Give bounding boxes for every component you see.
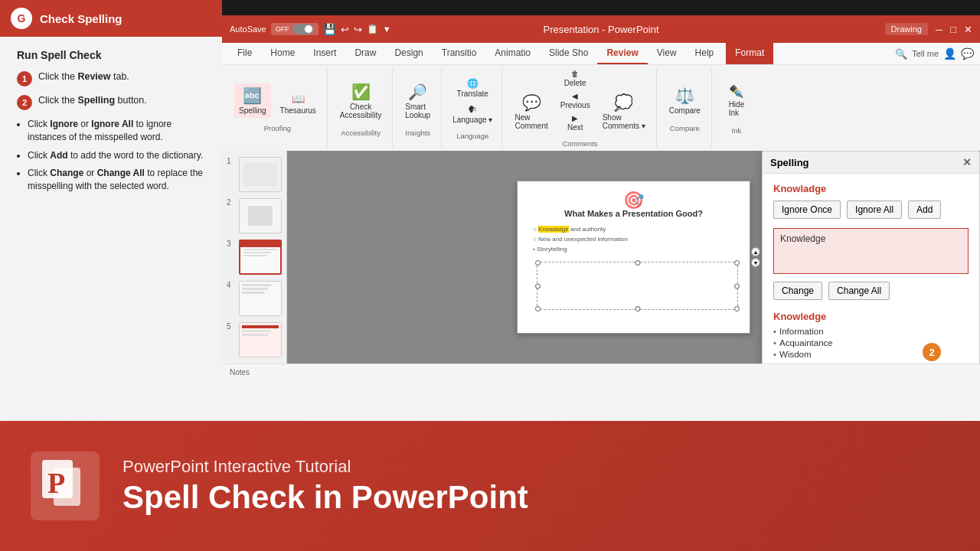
step-2-indicator: 2 (923, 343, 941, 361)
ppt-window: AutoSave OFF 💾 ↩ ↪ 📋 ▼ (222, 15, 980, 421)
share-icon[interactable]: 👤 (943, 47, 956, 60)
ribbon-group-ink: ✒️ HideInk Ink (714, 68, 760, 148)
slide-thumb-img-2[interactable] (239, 198, 282, 233)
check-accessibility-button[interactable]: ✅ CheckAccessibility (335, 80, 386, 122)
previous-label: Previous (560, 101, 590, 109)
notes-label[interactable]: Notes (230, 368, 250, 377)
insights-items: 🔎 SmartLookup (400, 80, 435, 122)
slide-num-2: 2 (227, 198, 236, 207)
spelling-label: Spelling (239, 106, 266, 115)
smart-lookup-button[interactable]: 🔎 SmartLookup (400, 80, 435, 122)
toggle-control[interactable] (292, 24, 314, 34)
language-button[interactable]: 🗣 Language ▾ (449, 103, 495, 126)
tutorial-run-title: Run Spell Check (17, 49, 205, 61)
save-icon[interactable]: 💾 (323, 23, 336, 35)
tab-file[interactable]: File (228, 43, 261, 64)
translate-label: Translate (457, 90, 488, 98)
delete-button[interactable]: 🗑 Delete (561, 68, 590, 89)
slide-thumb-img-5[interactable] (239, 322, 282, 357)
proofing-items: 🔤 Spelling 📖 Thesaurus (234, 83, 321, 118)
scroll-down[interactable]: ▼ (751, 258, 760, 267)
slide-thumb-1[interactable]: 1 (227, 157, 282, 192)
slide-bullet-3: • Storytelling (533, 246, 734, 253)
previous-button[interactable]: ◀ Previous (557, 90, 593, 111)
check-accessibility-label: CheckAccessibility (340, 103, 381, 119)
slide-thumbnails: 1 2 (222, 151, 287, 364)
ignore-once-button[interactable]: Ignore Once (773, 201, 841, 219)
slide-thumb-5[interactable]: 5 (227, 322, 282, 357)
slide-thumb-4[interactable]: 4 (227, 281, 282, 316)
slide-5-content (240, 323, 281, 357)
autosave-state: OFF (276, 25, 289, 33)
banner-title: Spell Check in PowerPoint (122, 480, 528, 515)
ignore-all-button[interactable]: Ignore All (847, 201, 902, 219)
close-icon[interactable]: ✕ (964, 24, 972, 35)
thesaurus-label: Thesaurus (280, 106, 316, 115)
show-comments-button[interactable]: 💭 ShowComments ▾ (598, 90, 650, 133)
autosave-toggle[interactable]: OFF (271, 23, 318, 35)
bullet-1: Click Ignore or Ignore All to ignore ins… (28, 118, 205, 144)
accessibility-icon: ✅ (351, 83, 371, 101)
tab-format[interactable]: Format (726, 43, 773, 64)
compare-label: Compare (669, 106, 701, 115)
dialog-title: Spelling (770, 157, 809, 168)
customize-icon[interactable]: 📋 (367, 24, 378, 34)
change-button[interactable]: Change (773, 282, 822, 300)
maximize-icon[interactable]: □ (950, 24, 956, 35)
next-button[interactable]: ▶ Next (564, 112, 586, 133)
slide-2-content (240, 199, 281, 233)
tab-animations[interactable]: Animatio (485, 43, 540, 64)
slide-thumb-2[interactable]: 2 (227, 198, 282, 233)
show-comments-icon: 💭 (614, 93, 633, 112)
ppt-logo: P (31, 452, 100, 520)
translate-button[interactable]: 🌐 Translate (449, 77, 495, 99)
tab-home[interactable]: Home (261, 43, 304, 64)
slide-thumb-img-4[interactable] (239, 281, 282, 316)
comments-items: 💬 NewComment 🗑 Delete ◀ Previ (510, 68, 649, 133)
redo-icon[interactable]: ↪ (354, 24, 362, 35)
smart-lookup-icon: 🔎 (408, 83, 427, 101)
tab-slideshow[interactable]: Slide Sho (540, 43, 597, 64)
slide-bullet-area: ○ Knowladge and authority ○ New and unex… (533, 226, 734, 253)
minimize-icon[interactable]: ─ (936, 24, 942, 35)
more-icon[interactable]: ▼ (383, 24, 391, 34)
suggestion-box[interactable]: Knowledge (773, 228, 969, 274)
tab-review[interactable]: Review (597, 43, 647, 64)
dialog-close-button[interactable]: ✕ (962, 156, 972, 168)
tab-transitions[interactable]: Transitio (433, 43, 486, 64)
ribbon-group-accessibility: ✅ CheckAccessibility Accessibility (329, 68, 393, 148)
slide-area: 1 2 (222, 151, 980, 364)
tab-design[interactable]: Design (385, 43, 432, 64)
slide-num-1: 1 (227, 157, 236, 165)
slide-thumb-img-3[interactable] (239, 240, 282, 275)
tab-draw[interactable]: Draw (345, 43, 385, 64)
spelling-button[interactable]: 🔤 Spelling (234, 83, 271, 118)
tab-view[interactable]: View (648, 43, 686, 64)
next-icon: ▶ (572, 114, 578, 122)
ribbon-group-language: 🌐 Translate 🗣 Language ▾ Language (443, 68, 502, 148)
hide-ink-button[interactable]: ✒️ HideInk (720, 81, 753, 120)
drawing-tab-label[interactable]: Drawing (885, 23, 928, 35)
scroll-up[interactable]: ▲ (751, 247, 760, 256)
bottom-banner: P PowerPoint Interactive Tutorial Spell … (0, 421, 980, 551)
thesaurus-button[interactable]: 📖 Thesaurus (276, 90, 321, 118)
tab-insert[interactable]: Insert (304, 43, 345, 64)
tell-me-label[interactable]: Tell me (912, 49, 939, 58)
app-title: Presentation - PowerPoint (543, 24, 658, 35)
tab-help[interactable]: Help (686, 43, 724, 64)
slide-canvas[interactable]: 🎯 What Makes a Presentation Good? ○ Know… (517, 181, 750, 334)
slide-thumb-3[interactable]: 3 (227, 240, 282, 275)
new-comment-button[interactable]: 💬 NewComment (510, 90, 552, 133)
search-icon[interactable]: 🔍 (895, 48, 907, 60)
new-comment-icon: 💬 (522, 93, 541, 112)
undo-icon[interactable]: ↩ (341, 24, 349, 35)
slide-bullet-1: ○ Knowladge and authority (533, 226, 734, 233)
title-bar-right: Drawing ─ □ ✕ (885, 23, 972, 35)
add-button[interactable]: Add (908, 201, 941, 219)
change-all-button[interactable]: Change All (828, 282, 890, 300)
toggle-knob (305, 25, 312, 33)
slide-thumb-img-1[interactable] (239, 157, 282, 192)
compare-button[interactable]: ⚖️ Compare (665, 83, 705, 118)
comment-icon[interactable]: 💬 (961, 47, 974, 60)
dialog-action-row: Ignore Once Ignore All Add (773, 201, 969, 219)
